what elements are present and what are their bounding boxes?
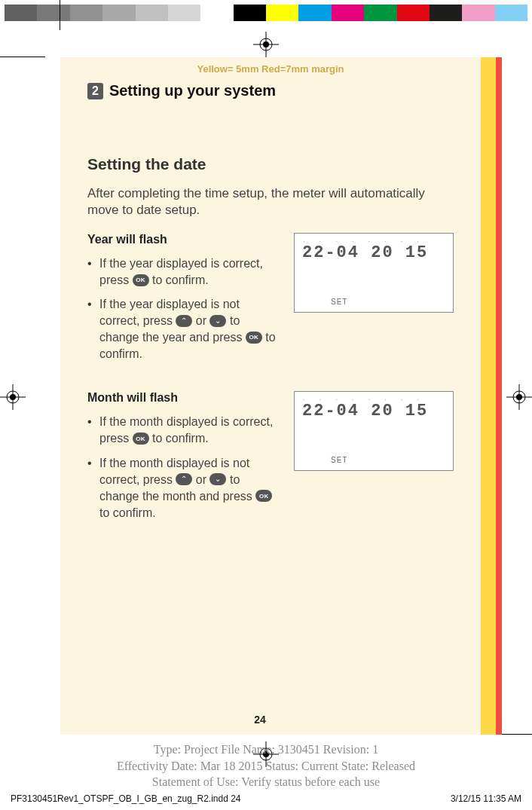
lcd-display: · · · · · · · ·22-04 20 15SET [294, 391, 454, 471]
color-swatch [430, 5, 462, 21]
page-body: Yellow= 5mm Red=7mm margin 2 Setting up … [60, 57, 502, 735]
color-swatch [332, 5, 364, 21]
down-arrow-icon: ⌄ [209, 473, 226, 485]
registration-mark-icon [506, 384, 532, 410]
ok-button-icon: OK [246, 332, 262, 344]
crop-mark [502, 734, 532, 735]
instruction-item: If the year displayed is correct, press … [87, 255, 280, 289]
crop-mark [0, 57, 45, 57]
instruction-item: If the year displayed is not correct, pr… [87, 296, 280, 362]
red-margin [496, 57, 502, 735]
color-swatch [136, 5, 168, 21]
ok-button-icon: OK [133, 274, 149, 286]
meta-line: Effectivity Date: Mar 18 2015 Status: Cu… [45, 758, 487, 775]
up-arrow-icon: ⌃ [176, 473, 192, 485]
chapter-heading: 2 Setting up your system [87, 82, 454, 99]
instruction-item: If the month displayed is not correct, p… [87, 455, 280, 521]
yellow-margin [481, 57, 496, 735]
color-swatch [462, 5, 494, 21]
ok-button-icon: OK [133, 433, 149, 445]
lcd-set-label: SET [331, 456, 347, 464]
page-number: 24 [60, 714, 460, 726]
color-swatch [234, 5, 266, 21]
lcd-value: 22-04 20 15 [302, 402, 445, 420]
footer-metadata: Type: Project File Name: 3130451 Revisio… [45, 741, 487, 790]
color-swatch [70, 5, 102, 21]
down-arrow-icon: ⌄ [209, 315, 226, 327]
up-arrow-icon: ⌃ [176, 315, 192, 327]
instruction-block: Year will flashIf the year displayed is … [87, 233, 454, 370]
ok-button-icon: OK [255, 490, 272, 502]
meta-line: Statement of Use: Verify status before e… [45, 774, 487, 790]
color-swatch [37, 5, 69, 21]
registration-mark-icon [0, 384, 26, 410]
instruction-item: If the month displayed is correct, press… [87, 414, 280, 447]
color-swatch [102, 5, 135, 21]
intro-text: After completing the time setup, the met… [87, 185, 454, 219]
lcd-display: · · · · · · · ·22-04 20 15SET [294, 233, 454, 313]
margin-note: Yellow= 5mm Red=7mm margin [60, 57, 481, 75]
instruction-block: Month will flashIf the month displayed i… [87, 391, 454, 528]
printer-colorbar [5, 5, 527, 21]
registration-mark-icon [253, 32, 279, 57]
section-title: Setting the date [87, 155, 481, 173]
chapter-number: 2 [87, 83, 103, 99]
file-slug: PF3130451Rev1_OTSPF_OB_I_GB_en_zug_R2.in… [11, 793, 241, 804]
color-swatch [200, 5, 233, 21]
crop-mark [60, 0, 60, 30]
color-swatch [168, 5, 200, 21]
color-swatch [298, 5, 331, 21]
meta-line: Type: Project File Name: 3130451 Revisio… [45, 741, 487, 758]
color-swatch [397, 5, 430, 21]
color-swatch [495, 5, 527, 21]
chapter-title: Setting up your system [109, 82, 276, 99]
color-swatch [266, 5, 298, 21]
color-swatch [5, 5, 37, 21]
block-heading: Month will flash [87, 391, 280, 405]
lcd-set-label: SET [331, 298, 347, 306]
color-swatch [364, 5, 396, 21]
lcd-value: 22-04 20 15 [302, 243, 445, 262]
block-heading: Year will flash [87, 233, 280, 246]
timestamp: 3/12/15 11:35 AM [451, 793, 521, 804]
